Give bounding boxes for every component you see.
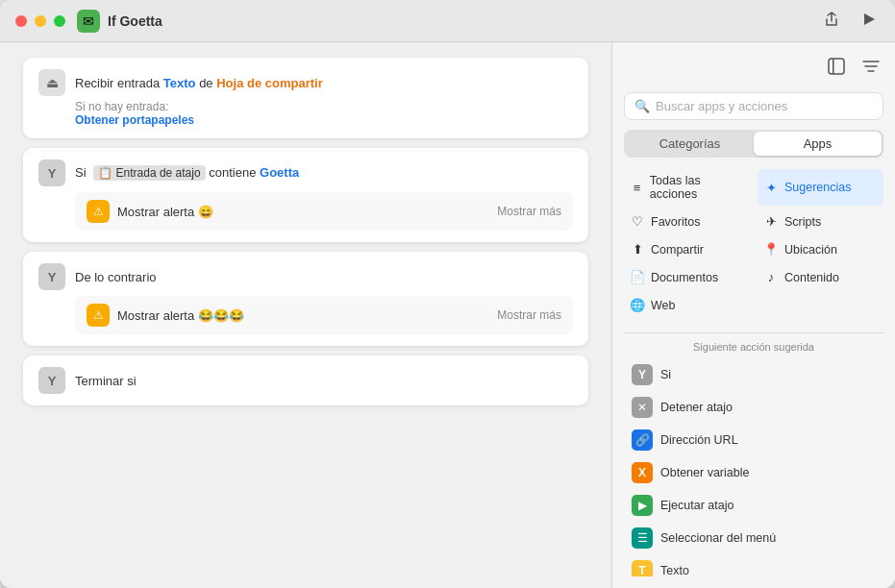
recibir-title: Recibir entrada Texto de Hoja de compart…	[75, 76, 323, 90]
cat-favoritos-label: Favoritos	[651, 215, 700, 229]
share-button[interactable]	[820, 8, 843, 35]
tabs-row: Categorías Apps	[624, 130, 883, 158]
mostrar-mas-1[interactable]: Mostrar más	[497, 205, 561, 218]
obtener-portapapeles-link[interactable]: Obtener portapapeles	[75, 113, 194, 127]
mostrar-alerta-2-row: ⚠ Mostrar alerta 😂😂😂 Mostrar más	[87, 304, 561, 327]
favoritos-icon: ♡	[630, 214, 645, 229]
main-window: ✉ If Goetta ⏏ Recibir e	[0, 0, 895, 588]
cat-compartir[interactable]: ⬆ Compartir	[624, 237, 750, 261]
categories-grid: ≡ Todas las acciones ✦ Sugerencias ♡ Fav…	[624, 169, 883, 317]
dlc-title: De lo contrario	[75, 270, 157, 284]
compartir-icon: ⬆	[630, 242, 645, 257]
cat-contenido[interactable]: ♪ Contenido	[758, 265, 883, 289]
contenido-icon: ♪	[763, 270, 779, 284]
hoja-highlight: Hoja de compartir	[216, 76, 323, 90]
sug-texto-label: Texto	[660, 564, 689, 576]
sug-ejecutar-label: Ejecutar atajo	[660, 499, 733, 512]
sug-detener[interactable]: ✕ Detener atajo	[624, 391, 883, 424]
terminar-header: Y Terminar si	[38, 367, 573, 394]
recibir-entrada-card: ⏏ Recibir entrada Texto de Hoja de compa…	[23, 58, 588, 138]
content-area: ⏏ Recibir entrada Texto de Hoja de compa…	[0, 42, 895, 588]
workflow-area: ⏏ Recibir entrada Texto de Hoja de compa…	[0, 42, 611, 588]
suggestions-title: Siguiente acción sugerida	[624, 341, 883, 353]
svg-rect-2	[833, 59, 834, 74]
sug-variable-icon: X	[632, 462, 653, 483]
sugerencias-icon: ✦	[763, 181, 779, 195]
alerta1-title: Mostrar alerta 😄	[117, 205, 213, 219]
cat-documentos[interactable]: 📄 Documentos	[624, 265, 750, 289]
cat-todas[interactable]: ≡ Todas las acciones	[624, 169, 750, 206]
si-card: Y Si 📋 Entrada de atajo contiene Goetta …	[23, 148, 588, 242]
card-header: ⏏ Recibir entrada Texto de Hoja de compa…	[38, 69, 573, 96]
cat-sugerencias-label: Sugerencias	[784, 181, 852, 194]
svg-marker-0	[864, 13, 875, 25]
titlebar: ✉ If Goetta	[0, 0, 895, 42]
cat-ubicacion[interactable]: 📍 Ubicación	[758, 237, 883, 261]
svg-rect-1	[829, 59, 844, 74]
sug-menu[interactable]: ☰ Seleccionar del menú	[624, 522, 883, 554]
cat-sugerencias[interactable]: ✦ Sugerencias	[758, 169, 883, 206]
sug-detener-icon: ✕	[632, 397, 653, 418]
sug-ejecutar-icon: ▶	[632, 495, 653, 516]
texto-highlight: Texto	[163, 76, 196, 90]
sug-variable-label: Obtener variable	[660, 466, 749, 479]
sug-url[interactable]: 🔗 Dirección URL	[624, 424, 883, 456]
tab-apps[interactable]: Apps	[754, 132, 882, 156]
alerta2-title: Mostrar alerta 😂😂😂	[117, 308, 244, 323]
cat-documentos-label: Documentos	[651, 271, 718, 284]
cat-web-label: Web	[651, 299, 675, 312]
sug-si-icon: Y	[632, 364, 653, 385]
sidebar-top-icons	[624, 54, 883, 83]
tab-categorias[interactable]: Categorías	[626, 132, 754, 156]
si-header: Y Si 📋 Entrada de atajo contiene Goetta	[38, 159, 573, 186]
app-icon: ✉	[77, 10, 100, 33]
mostrar-alerta-1-inner: ⚠ Mostrar alerta 😄 Mostrar más	[75, 192, 573, 231]
sug-texto[interactable]: T Texto	[624, 554, 883, 576]
terminar-si-card: Y Terminar si	[23, 355, 588, 405]
search-input[interactable]	[656, 99, 873, 113]
recibir-icon: ⏏	[38, 69, 65, 96]
terminar-icon: Y	[38, 367, 65, 394]
sug-detener-label: Detener atajo	[660, 401, 733, 414]
cat-web[interactable]: 🌐 Web	[624, 293, 750, 317]
suggestions-section: Siguiente acción sugerida Y Si ✕ Detener…	[624, 341, 883, 576]
play-button[interactable]	[858, 9, 880, 34]
divider	[624, 332, 883, 333]
scripts-icon: ✈	[763, 214, 779, 229]
mostrar-alerta-1-row: ⚠ Mostrar alerta 😄 Mostrar más	[87, 200, 561, 223]
alerta2-icon: ⚠	[87, 304, 110, 327]
close-button[interactable]	[15, 15, 27, 27]
cat-todas-label: Todas las acciones	[650, 174, 744, 201]
card-subtitle: Si no hay entrada: Obtener portapapeles	[75, 100, 573, 127]
cat-contenido-label: Contenido	[784, 271, 839, 284]
cat-compartir-label: Compartir	[651, 243, 704, 257]
sidebar-view-button[interactable]	[824, 54, 849, 83]
de-lo-contrario-card: Y De lo contrario ⚠ Mostrar alerta 😂😂😂 M…	[23, 252, 588, 346]
sug-menu-icon: ☰	[632, 527, 653, 549]
sidebar: 🔍 Categorías Apps ≡ Todas las acciones ✦…	[611, 42, 895, 588]
cat-favoritos[interactable]: ♡ Favoritos	[624, 209, 750, 233]
sug-url-label: Dirección URL	[660, 433, 738, 447]
dlc-header: Y De lo contrario	[38, 263, 573, 290]
search-box: 🔍	[624, 92, 883, 120]
sug-menu-label: Seleccionar del menú	[660, 531, 776, 545]
si-title: Si 📋 Entrada de atajo contiene Goetta	[75, 165, 299, 181]
maximize-button[interactable]	[54, 15, 65, 27]
web-icon: 🌐	[630, 298, 645, 312]
sug-url-icon: 🔗	[632, 429, 653, 451]
sidebar-filter-button[interactable]	[858, 54, 883, 83]
sug-si[interactable]: Y Si	[624, 358, 883, 391]
sug-variable[interactable]: X Obtener variable	[624, 456, 883, 489]
ubicacion-icon: 📍	[763, 242, 779, 257]
sug-si-label: Si	[660, 368, 671, 381]
mostrar-mas-2[interactable]: Mostrar más	[497, 308, 561, 322]
cat-scripts[interactable]: ✈ Scripts	[758, 209, 883, 233]
sug-ejecutar[interactable]: ▶ Ejecutar atajo	[624, 489, 883, 522]
terminar-title: Terminar si	[75, 374, 137, 388]
titlebar-actions	[820, 8, 880, 35]
dlc-icon: Y	[38, 263, 65, 290]
minimize-button[interactable]	[35, 15, 46, 27]
traffic-lights	[15, 15, 65, 27]
sug-texto-icon: T	[632, 560, 653, 576]
goetta-highlight: Goetta	[260, 165, 299, 180]
